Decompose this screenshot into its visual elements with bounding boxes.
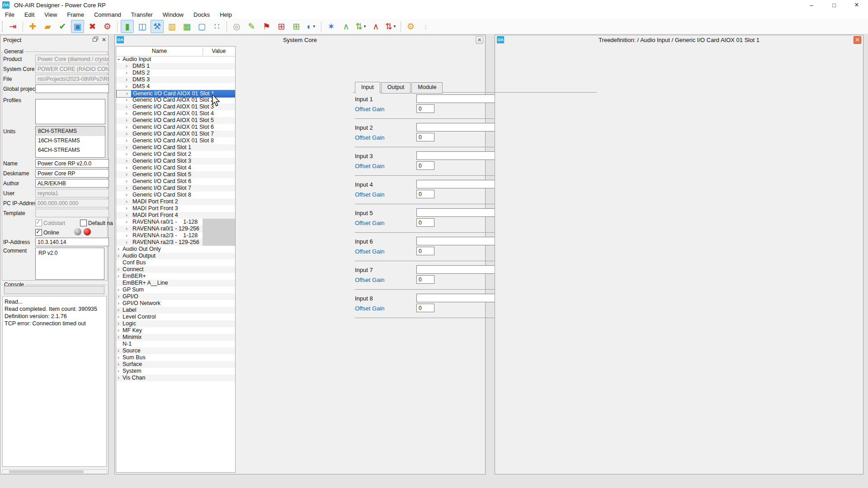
chevron-right-icon[interactable]: › [118, 273, 119, 279]
tree-item-madi-port-front-4[interactable]: ›MADI Port Front 4 [116, 212, 235, 219]
online-checkbox[interactable] [35, 229, 42, 236]
chevron-right-icon[interactable]: › [118, 307, 119, 313]
tree-item-generic-i-o-card-aiox-01-slot-7[interactable]: ›Generic I/O Card AIOX 01 Slot 7 [116, 131, 235, 137]
dropdown-arrow-icon[interactable]: ▼ [312, 20, 316, 33]
input-3-offset-gain-field[interactable]: 0 [416, 161, 434, 170]
tree-item-generic-i-o-card-slot-3[interactable]: ›Generic I/O Card Slot 3 [116, 158, 235, 164]
tree-item-conf-bus[interactable]: Conf Bus [116, 259, 235, 266]
offset-gain-link[interactable]: Offset Gain [355, 277, 385, 283]
tree-item-ravenna-ra0-1-129-256[interactable]: ›RAVENNA ra0/1 - 129-256 [116, 225, 235, 232]
chevron-right-icon[interactable]: › [118, 355, 119, 361]
tree-item-source[interactable]: ›Source [116, 347, 235, 354]
chevron-right-icon[interactable]: › [118, 368, 119, 374]
tree-item-system[interactable]: ›System [116, 368, 235, 375]
chevron-right-icon[interactable]: › [118, 294, 119, 300]
tree-item-surface[interactable]: ›Surface [116, 361, 235, 368]
chevron-right-icon[interactable]: › [126, 70, 127, 76]
settings-icon[interactable]: ⚙ [101, 20, 114, 33]
dropdown-arrow-icon[interactable]: ▼ [363, 20, 367, 33]
chevron-right-icon[interactable]: › [126, 111, 127, 117]
tree-item-generic-i-o-card-slot-2[interactable]: ›Generic I/O Card Slot 2 [116, 151, 235, 158]
menu-window[interactable]: Window [158, 10, 189, 19]
input-2-offset-gain-field[interactable]: 0 [416, 133, 434, 141]
wrench-icon[interactable]: ⚒ [151, 20, 164, 33]
tree-item-gpi-o[interactable]: ›GPI/O [116, 293, 235, 300]
tree-item-dms-4[interactable]: ›DMS 4 [116, 83, 235, 90]
chevron-right-icon[interactable]: › [126, 151, 127, 157]
maximize-button[interactable]: □ [823, 0, 845, 10]
comment-textarea[interactable]: RP v2.0 [35, 248, 104, 280]
coldstart-checkbox[interactable] [35, 220, 42, 226]
profiles-listbox[interactable] [35, 99, 105, 124]
tree-item-vis-chan[interactable]: ›Vis Chan [116, 375, 235, 381]
units-option-8ch-streams[interactable]: 8CH-STREAMS [36, 127, 105, 136]
tree-item-audio-out-only[interactable]: ›Audio Out Only [116, 246, 235, 253]
tree-item-ravenna-ra2-3-129-256[interactable]: ›RAVENNA ra2/3 - 129-256 [116, 239, 235, 246]
chevron-right-icon[interactable]: › [118, 267, 119, 272]
tree-item-sum-bus[interactable]: ›Sum Bus [116, 354, 235, 361]
grid-red-icon[interactable]: ⊞ [275, 20, 288, 33]
tree-item-generic-i-o-card-slot-8[interactable]: ›Generic I/O Card Slot 8 [116, 192, 235, 198]
tree-item-dms-2[interactable]: ›DMS 2 [116, 70, 235, 76]
offset-gain-link[interactable]: Offset Gain [355, 305, 385, 312]
chevron-right-icon[interactable]: › [126, 172, 127, 178]
menu-edit[interactable]: Edit [19, 10, 39, 19]
tree-item-label[interactable]: ›Label [116, 307, 235, 314]
save-icon[interactable]: ✔ [56, 20, 69, 33]
offset-gain-link[interactable]: Offset Gain [355, 191, 385, 198]
grid-green-icon[interactable]: ⊞ [290, 20, 303, 33]
tree-item-generic-i-o-card-aiox-01-slot-8[interactable]: ›Generic I/O Card AIOX 01 Slot 8 [116, 137, 235, 144]
tree-item-ravenna-ra0-1-1-128[interactable]: ›RAVENNA ra0/1 - 1-128 [116, 219, 235, 225]
chevron-right-icon[interactable]: › [126, 117, 127, 123]
chevron-right-icon[interactable]: › [118, 287, 119, 293]
tab-output[interactable]: Output [381, 82, 411, 94]
chevron-right-icon[interactable]: › [118, 253, 119, 259]
tree-item-audio-output[interactable]: ›Audio Output [116, 253, 235, 259]
tree-item-dms-1[interactable]: ›DMS 1 [116, 63, 235, 70]
input-7-offset-gain-field[interactable]: 0 [416, 275, 434, 284]
system-core-close-icon[interactable]: ✕ [476, 36, 483, 44]
default-names-checkbox[interactable] [80, 220, 87, 226]
chevron-right-icon[interactable]: › [126, 185, 127, 191]
tree-item-connect[interactable]: ›Connect [116, 266, 235, 273]
generate-config-icon[interactable]: ⚙ [404, 20, 417, 33]
chevron-right-icon[interactable]: › [126, 199, 127, 205]
input-1-offset-gain-field[interactable]: 0 [416, 104, 434, 113]
chevron-right-icon[interactable]: › [126, 124, 127, 130]
tab-module[interactable]: Module [411, 82, 443, 94]
project-horizontal-scrollbar[interactable] [2, 469, 107, 474]
units-listbox[interactable]: 8CH-STREAMS16CH-STREAMS64CH-STREAMS [35, 126, 105, 158]
chevron-right-icon[interactable]: › [118, 328, 119, 333]
dropdown-arrow-icon[interactable]: ▼ [393, 20, 396, 33]
split-window-icon[interactable]: ◫ [136, 20, 149, 33]
chevron-right-icon[interactable]: › [126, 91, 128, 97]
tree-item-madi-port-front-2[interactable]: ›MADI Port Front 2 [116, 198, 235, 205]
tree-item-gpi-o-network[interactable]: ›GPI/O Network [116, 300, 235, 307]
author-field[interactable]: ALR/EK/HB [35, 179, 109, 188]
units-option-16ch-streams[interactable]: 16CH-STREAMS [36, 136, 105, 145]
sort-red-icon[interactable]: ⇅▼ [384, 20, 397, 33]
tree-item-minimix[interactable]: ›Minimix [116, 334, 235, 341]
input-8-offset-gain-field[interactable]: 0 [416, 304, 434, 312]
input-4-offset-gain-field[interactable]: 0 [416, 190, 434, 198]
menu-transfer[interactable]: Transfer [126, 10, 158, 19]
eye-icon[interactable]: ◎ [230, 20, 243, 33]
chevron-right-icon[interactable]: › [126, 178, 127, 184]
chevron-right-icon[interactable]: › [126, 219, 127, 225]
scrollbar-thumb[interactable] [9, 470, 84, 473]
tree-item-generic-i-o-card-aiox-01-slot-5[interactable]: ›Generic I/O Card AIOX 01 Slot 5 [116, 117, 235, 124]
caret-up-red-icon[interactable]: ∧ [369, 20, 382, 33]
menu-docks[interactable]: Docks [189, 10, 215, 19]
offset-gain-link[interactable]: Offset Gain [355, 220, 385, 226]
chevron-right-icon[interactable]: › [126, 158, 127, 164]
chevron-right-icon[interactable]: › [118, 314, 119, 320]
tab-input[interactable]: Input [355, 82, 380, 94]
offset-gain-link[interactable]: Offset Gain [355, 248, 385, 255]
export-project-icon[interactable]: ⇥ [6, 20, 19, 33]
tree-item-audio-input[interactable]: ›Audio Input [116, 56, 235, 63]
treedefinition-close-icon[interactable]: ✕ [854, 36, 861, 44]
tree-item-generic-i-o-card-slot-7[interactable]: ›Generic I/O Card Slot 7 [116, 185, 235, 192]
pin-icon[interactable]: ⚑ [260, 20, 273, 33]
table-icon[interactable]: ▦ [180, 20, 193, 33]
tree-item-level-control[interactable]: ›Level Control [116, 314, 235, 320]
